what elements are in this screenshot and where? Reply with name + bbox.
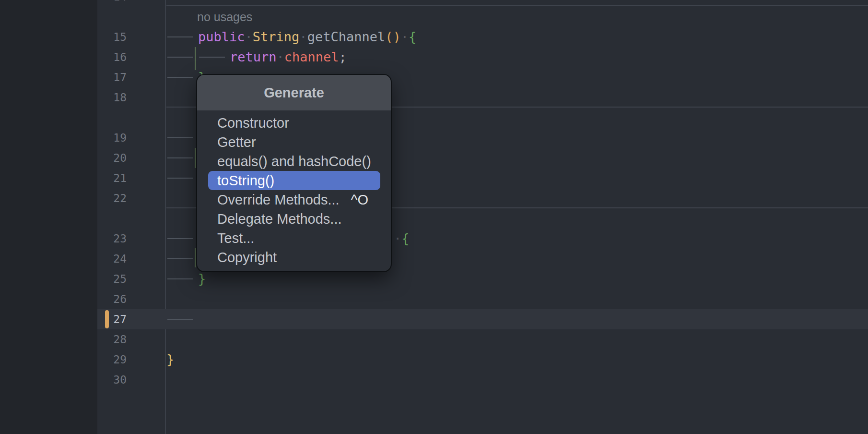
tab-whitespace-mark bbox=[198, 47, 230, 67]
line-number[interactable]: 18 bbox=[97, 87, 127, 108]
menu-item-label: Constructor bbox=[217, 115, 289, 131]
menu-item-label: toString() bbox=[217, 173, 274, 189]
method-separator bbox=[166, 5, 868, 6]
menu-item-constructor[interactable]: Constructor bbox=[208, 113, 380, 133]
line-number[interactable]: 23 bbox=[97, 229, 127, 249]
code-token-type: String bbox=[253, 29, 300, 44]
line-number[interactable]: 22 bbox=[97, 188, 127, 208]
code-token-keyword: return bbox=[230, 49, 277, 64]
menu-item-label: Test... bbox=[217, 230, 254, 246]
code-token-ws: · bbox=[245, 29, 253, 44]
menu-item-label: Getter bbox=[217, 134, 256, 150]
tab-whitespace-mark bbox=[166, 309, 198, 329]
left-tool-panel bbox=[0, 0, 97, 434]
code-token-method: getChannel bbox=[307, 29, 386, 44]
code-token-plain: ; bbox=[339, 49, 347, 64]
menu-item-delegate-methods[interactable]: Delegate Methods... bbox=[208, 209, 380, 229]
line-number[interactable]: 25 bbox=[97, 269, 127, 289]
tab-whitespace-mark bbox=[166, 67, 198, 87]
code-token-brace_method: { bbox=[401, 231, 409, 246]
code-line[interactable] bbox=[166, 168, 198, 188]
menu-item-equals-and-hashcode[interactable]: equals() and hashCode() bbox=[208, 152, 380, 171]
code-line[interactable]: } bbox=[166, 269, 206, 289]
menu-item-getter[interactable]: Getter bbox=[208, 133, 380, 152]
code-line[interactable]: return·channel; bbox=[166, 47, 347, 67]
line-number[interactable]: 19 bbox=[97, 128, 127, 148]
code-token-field: channel bbox=[284, 49, 339, 64]
tab-whitespace-mark bbox=[166, 269, 198, 289]
line-number[interactable]: 29 bbox=[97, 350, 127, 370]
menu-item-label: equals() and hashCode() bbox=[217, 154, 371, 169]
popup-title: Generate bbox=[197, 75, 391, 110]
line-number[interactable]: 21 bbox=[97, 168, 127, 188]
line-number[interactable]: 26 bbox=[97, 289, 127, 309]
line-number[interactable]: 20 bbox=[97, 148, 127, 168]
code-line[interactable]: public·String·getChannel()·{ bbox=[166, 27, 416, 47]
code-token-paren: () bbox=[385, 29, 401, 44]
code-token-brace_class: } bbox=[166, 352, 174, 367]
tab-whitespace-mark bbox=[166, 168, 198, 188]
menu-item-override-methods[interactable]: Override Methods...^O bbox=[208, 190, 380, 209]
menu-item-copyright[interactable]: Copyright bbox=[208, 248, 380, 267]
code-token-ws: · bbox=[394, 231, 401, 246]
menu-item-shortcut: ^O bbox=[351, 192, 380, 208]
code-line[interactable] bbox=[166, 128, 198, 148]
menu-item-tostring[interactable]: toString() bbox=[208, 171, 380, 190]
current-line-highlight bbox=[97, 309, 868, 329]
line-number[interactable]: 27 bbox=[97, 309, 127, 329]
line-number[interactable]: 24 bbox=[97, 249, 127, 269]
code-token-ws: · bbox=[277, 49, 284, 64]
menu-item-label: Copyright bbox=[217, 250, 277, 265]
popup-item-list: ConstructorGetterequals() and hashCode()… bbox=[197, 110, 391, 267]
code-line[interactable] bbox=[166, 249, 198, 269]
tab-whitespace-mark bbox=[166, 148, 198, 168]
line-number[interactable]: 16 bbox=[97, 47, 127, 67]
code-token-ws: · bbox=[299, 29, 307, 44]
line-number[interactable]: 14 bbox=[97, 0, 127, 7]
generate-popup: Generate ConstructorGetterequals() and h… bbox=[197, 75, 391, 271]
code-token-ws: · bbox=[401, 29, 409, 44]
tab-whitespace-mark bbox=[166, 27, 198, 47]
tab-whitespace-mark bbox=[166, 229, 198, 249]
code-token-brace_method: } bbox=[198, 271, 206, 286]
tab-whitespace-mark bbox=[166, 47, 198, 67]
code-line[interactable] bbox=[166, 148, 198, 168]
gutter-separator bbox=[165, 0, 166, 434]
menu-item-label: Override Methods... bbox=[217, 192, 340, 208]
code-line[interactable]: } bbox=[166, 350, 174, 370]
menu-item-test[interactable]: Test... bbox=[208, 229, 380, 248]
code-line[interactable] bbox=[166, 309, 198, 329]
line-number[interactable]: 17 bbox=[97, 67, 127, 87]
tab-whitespace-mark bbox=[166, 128, 198, 148]
code-token-keyword: public bbox=[198, 29, 245, 44]
ide-editor-screen: no usages1415public·String·getChannel()·… bbox=[0, 0, 868, 434]
line-number[interactable]: 15 bbox=[97, 27, 127, 47]
usages-inlay-hint: no usages bbox=[197, 7, 252, 27]
tab-whitespace-mark bbox=[166, 249, 198, 269]
code-token-brace_method: { bbox=[409, 29, 416, 44]
line-number[interactable]: 30 bbox=[97, 370, 127, 390]
menu-item-label: Delegate Methods... bbox=[217, 211, 342, 227]
line-number[interactable]: 28 bbox=[97, 329, 127, 350]
